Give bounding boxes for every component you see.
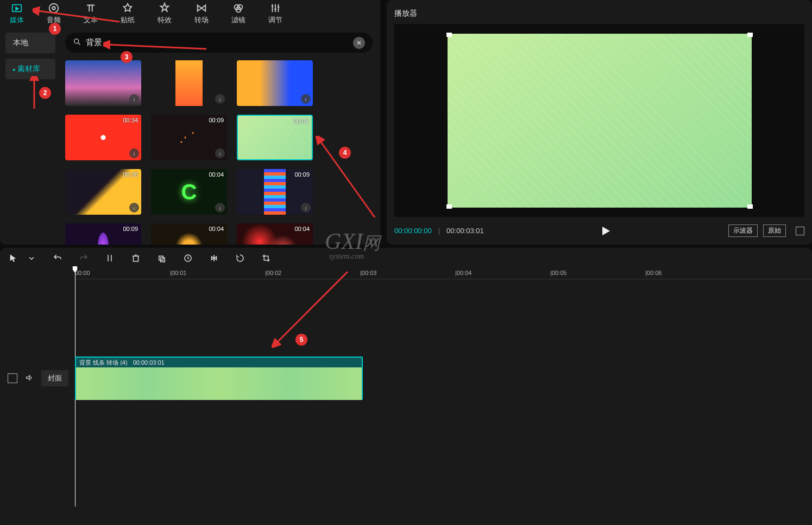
- side-item-local[interactable]: 本地: [5, 33, 55, 53]
- ruler-tick: |00:01: [170, 270, 186, 276]
- tab-adjust[interactable]: 调节: [268, 2, 282, 26]
- svg-point-6: [74, 39, 79, 43]
- download-icon[interactable]: ↓: [215, 203, 225, 212]
- tab-filter[interactable]: 滤镜: [231, 2, 246, 26]
- tab-adjust-label: 调节: [268, 15, 282, 25]
- ruler-tick: |00:04: [455, 270, 471, 276]
- speed-tool[interactable]: [182, 253, 193, 264]
- tab-filter-label: 滤镜: [231, 15, 246, 25]
- rotate-tool[interactable]: [235, 253, 246, 264]
- download-icon[interactable]: ↓: [301, 94, 311, 104]
- svg-line-11: [38, 11, 119, 22]
- material-thumbnail[interactable]: 00:04 ↓: [151, 169, 227, 215]
- material-thumbnail-selected[interactable]: 00:04: [237, 115, 313, 160]
- tab-transition[interactable]: 转场: [194, 2, 209, 26]
- mirror-tool[interactable]: [209, 253, 219, 264]
- mute-icon[interactable]: [25, 373, 34, 384]
- duration-label: 00:09: [209, 117, 224, 123]
- download-icon[interactable]: ↓: [129, 203, 139, 212]
- tab-media-label: 媒体: [10, 15, 24, 25]
- original-button[interactable]: 原始: [763, 224, 786, 237]
- tab-effects-label: 特效: [158, 15, 172, 25]
- annotation-arrow: [315, 136, 380, 223]
- ruler-tick: |00:03: [360, 270, 376, 276]
- material-thumbnail[interactable]: ↓: [151, 60, 227, 106]
- material-thumbnail[interactable]: 00:09 ↓: [151, 115, 227, 160]
- redo-button[interactable]: [78, 253, 89, 264]
- undo-button[interactable]: [52, 253, 63, 264]
- current-time: 00:00:00:00: [394, 227, 432, 235]
- material-thumbnail[interactable]: 00:04: [237, 223, 313, 245]
- duration-label: 00:04: [294, 226, 310, 232]
- annotation-arrow: [103, 33, 212, 54]
- fullscreen-icon[interactable]: [796, 227, 804, 235]
- material-thumbnail[interactable]: 00:09 ↓: [237, 169, 313, 215]
- duration-label: 00:04: [209, 226, 224, 232]
- player-controls: 00:00:00:00 | 00:00:03:01 示波器 原始: [394, 217, 804, 239]
- clip-name: 背景 线条 转场 (4): [79, 359, 128, 367]
- total-time: 00:00:03:01: [446, 227, 484, 235]
- tab-transition-label: 转场: [194, 15, 209, 25]
- crop-tool[interactable]: [261, 253, 272, 264]
- frames-tool[interactable]: [156, 253, 167, 264]
- cover-button[interactable]: 封面: [41, 370, 68, 386]
- oscilloscope-button[interactable]: 示波器: [728, 224, 758, 237]
- duration-label: 00:04: [209, 171, 224, 178]
- split-tool[interactable]: [104, 253, 115, 264]
- material-thumbnail[interactable]: 00:09: [65, 223, 141, 245]
- duration-label: 00:09: [294, 171, 310, 178]
- search-clear-button[interactable]: ✕: [353, 37, 365, 49]
- download-icon[interactable]: ↓: [129, 148, 139, 158]
- resize-handle[interactable]: [747, 204, 753, 209]
- download-icon[interactable]: ↓: [129, 94, 139, 104]
- player-title: 播放器: [394, 5, 804, 24]
- duration-label: 00:30: [123, 171, 138, 178]
- clip-duration: 00:00:03:01: [133, 359, 165, 366]
- clip-header: 背景 线条 转场 (4) 00:00:03:01: [76, 358, 362, 367]
- resize-handle[interactable]: [446, 204, 452, 209]
- duration-label: 00:09: [123, 226, 138, 232]
- filter-icon: [232, 2, 244, 14]
- annotation-arrow: [33, 5, 125, 27]
- timeline-clip[interactable]: 背景 线条 转场 (4) 00:00:03:01: [75, 357, 363, 400]
- duration-label: 00:34: [123, 117, 138, 123]
- material-thumbnail[interactable]: 00:34 ↓: [65, 115, 141, 160]
- svg-line-15: [277, 272, 348, 342]
- track-controls: 封面: [0, 357, 75, 400]
- tab-media[interactable]: 媒体: [10, 2, 24, 26]
- download-icon[interactable]: ↓: [301, 203, 311, 212]
- visibility-toggle[interactable]: [8, 373, 17, 383]
- media-icon: [11, 2, 23, 14]
- transition-icon: [196, 2, 207, 14]
- chevron-down-icon[interactable]: [26, 253, 37, 264]
- preview-frame[interactable]: [448, 34, 752, 208]
- ruler-tick: |00:06: [645, 270, 662, 276]
- timeline-ruler[interactable]: 00:00 |00:01 |00:02 |00:03 |00:04 |00:05…: [75, 268, 812, 279]
- effects-icon: [159, 2, 171, 14]
- material-thumbnail[interactable]: ↓: [237, 60, 313, 106]
- download-icon[interactable]: ↓: [215, 148, 225, 158]
- player-panel: 播放器 00:00:00:00 | 00:00:03:01 示波器 原始: [387, 0, 812, 245]
- tracks-area[interactable]: 背景 线条 转场 (4) 00:00:03:01: [75, 279, 812, 525]
- resize-handle[interactable]: [747, 33, 753, 37]
- material-thumbnail[interactable]: ↓: [65, 60, 141, 106]
- time-separator: |: [438, 227, 440, 235]
- clip-preview: [76, 367, 362, 400]
- material-thumbnail[interactable]: 00:04: [151, 223, 227, 245]
- tab-effects[interactable]: 特效: [158, 2, 172, 26]
- svg-rect-7: [134, 256, 139, 261]
- duration-label: 00:04: [293, 118, 309, 124]
- pointer-tool[interactable]: [8, 253, 18, 264]
- annotation-arrow: [26, 76, 42, 114]
- preview-area: [394, 24, 804, 217]
- delete-tool[interactable]: [130, 253, 141, 264]
- timeline-toolbar: [0, 248, 812, 268]
- resize-handle[interactable]: [446, 33, 452, 37]
- search-icon: [73, 38, 81, 48]
- material-thumbnail[interactable]: 00:30 ↓: [65, 169, 141, 215]
- timeline-panel: 00:00 |00:01 |00:02 |00:03 |00:04 |00:05…: [0, 248, 812, 525]
- side-category-list: 本地 素材库: [0, 26, 61, 245]
- ruler-tick: |00:05: [550, 270, 566, 276]
- play-button[interactable]: [602, 227, 610, 235]
- download-icon[interactable]: ↓: [215, 94, 225, 104]
